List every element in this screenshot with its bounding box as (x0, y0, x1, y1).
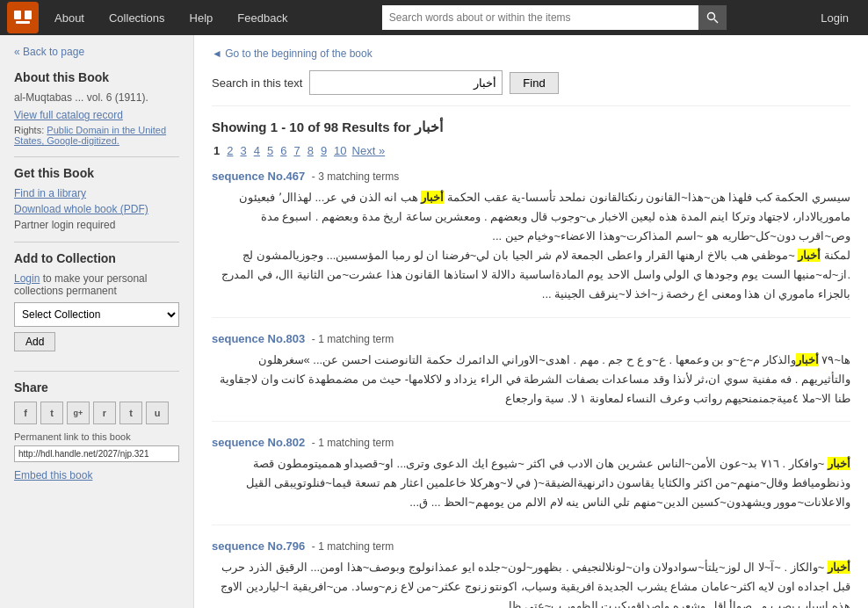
top-search-area (300, 5, 808, 30)
share-tumblr-icon[interactable]: t (119, 402, 142, 424)
share-google-icon[interactable]: g+ (67, 402, 90, 424)
pagination: 1 2 3 4 5 6 7 8 9 10 Next » (212, 144, 850, 157)
catalog-link[interactable]: View full catalog record (14, 109, 179, 121)
nav-help[interactable]: Help (177, 0, 226, 35)
sidebar: « Back to page About this Book al-Muqtab… (0, 35, 193, 608)
result-3-match-count: - 1 matching term (312, 437, 394, 449)
svg-line-4 (714, 19, 718, 23)
content-search-input[interactable] (309, 70, 503, 95)
rights-text: Rights: Public Domain in the United Stat… (14, 125, 179, 146)
top-search-button[interactable] (698, 5, 727, 30)
divider-1 (14, 156, 179, 157)
result-2-title[interactable]: sequence No.803 (212, 332, 305, 345)
rights-label: Rights: (14, 125, 44, 135)
add-to-collection-button[interactable]: Add (14, 332, 55, 351)
page-6[interactable]: 6 (278, 144, 288, 157)
partner-text: Partner login required (14, 219, 179, 231)
divider-3 (14, 371, 179, 372)
nav-links: About Collections Help Feedback (42, 0, 300, 35)
nav-feedback[interactable]: Feedback (225, 0, 300, 35)
results-count-text: Showing 1 - 10 of 98 Results for (212, 119, 411, 134)
page-10[interactable]: 10 (332, 144, 348, 157)
about-title: About this Book (14, 70, 179, 84)
share-section: Share f t g+ r t u Permanent link to thi… (14, 380, 179, 481)
top-search-input[interactable] (382, 5, 698, 30)
back-to-page-link[interactable]: « Back to page (14, 46, 179, 58)
add-collection-title: Add to Collection (14, 251, 179, 265)
main-wrapper: « Back to page About this Book al-Muqtab… (0, 35, 868, 608)
next-page-link[interactable]: Next » (352, 144, 386, 157)
share-icons: f t g+ r t u (14, 402, 179, 424)
nav-collections[interactable]: Collections (97, 0, 177, 35)
result-3-title[interactable]: sequence No.802 (212, 436, 305, 449)
results-arabic-word: أخبار (415, 119, 443, 134)
get-book-title: Get this Book (14, 166, 179, 180)
top-navigation: About Collections Help Feedback Login (0, 0, 868, 35)
embed-link[interactable]: Embed this book (14, 469, 179, 481)
page-9[interactable]: 9 (319, 144, 329, 157)
page-5[interactable]: 5 (265, 144, 275, 157)
svg-rect-1 (25, 11, 32, 19)
svg-point-3 (707, 13, 714, 20)
svg-rect-0 (14, 11, 21, 19)
page-8[interactable]: 8 (306, 144, 315, 157)
page-1[interactable]: 1 (212, 144, 221, 157)
go-to-beginning-link[interactable]: Go to the beginning of the book (212, 47, 850, 60)
book-title-text: al-Muqtabas ... vol. 6 (1911). (14, 91, 179, 104)
result-item-2: sequence No.803 - 1 matching term ها~٩٧ … (212, 332, 850, 422)
permanent-link-label: Permanent link to this book (14, 431, 179, 442)
result-4-match-count: - 1 matching term (312, 540, 394, 553)
result-4-title[interactable]: sequence No.796 (212, 539, 305, 553)
about-section: About this Book al-Muqtabas ... vol. 6 (… (14, 70, 179, 146)
download-book-link[interactable]: Download whole book (PDF) (14, 203, 179, 215)
login-link[interactable]: Login (808, 11, 861, 25)
result-4-text: أخبار ~والكاز . ~آ~لا ال لوز~يلتأ~سوادول… (212, 558, 850, 608)
share-twitter-icon[interactable]: t (40, 402, 63, 424)
page-2[interactable]: 2 (225, 144, 235, 157)
result-1-text: سيسري الحكمة كب فلهذا هن~هذا~القانون رنك… (212, 188, 850, 305)
find-library-link[interactable]: Find in a library (14, 187, 179, 199)
search-bar: Search in this text Find (212, 70, 850, 106)
page-4[interactable]: 4 (252, 144, 262, 157)
results-header: Showing 1 - 10 of 98 Results for أخبار (212, 119, 850, 135)
result-item-3: sequence No.802 - 1 matching term أخبار … (212, 436, 850, 525)
permanent-link-input[interactable] (14, 445, 179, 462)
nav-about[interactable]: About (42, 0, 97, 35)
result-2-match-count: - 1 matching term (312, 333, 394, 345)
share-other-icon[interactable]: u (146, 402, 169, 424)
result-item-4: sequence No.796 - 1 matching term أخبار … (212, 539, 850, 608)
result-1-match-count: - 3 matching terms (312, 170, 399, 183)
share-facebook-icon[interactable]: f (14, 402, 37, 424)
divider-2 (14, 242, 179, 242)
page-7[interactable]: 7 (292, 144, 301, 157)
share-reddit-icon[interactable]: r (93, 402, 116, 424)
site-logo[interactable] (7, 2, 39, 33)
collection-select[interactable]: Select Collection (14, 302, 179, 327)
add-collection-section: Add to Collection Login to make your per… (14, 251, 179, 360)
result-1-title[interactable]: sequence No.467 (212, 170, 305, 183)
content-area: Go to the beginning of the book Search i… (193, 35, 868, 608)
get-book-section: Get this Book Find in a library Download… (14, 166, 179, 231)
page-3[interactable]: 3 (238, 144, 248, 157)
search-in-text-label: Search in this text (212, 76, 302, 90)
login-collection-link[interactable]: Login (14, 272, 40, 285)
result-3-text: أخبار ~وافكار . ٦١٧ بد~عون الأمن~الناس ع… (212, 454, 850, 512)
share-title: Share (14, 380, 179, 394)
svg-rect-2 (16, 21, 30, 24)
login-collection-text: Login to make your personal collections … (14, 272, 179, 297)
result-2-text: ها~٩٧ أخباروالذكار م~ع~و بن وعمعها . ع~و… (212, 351, 850, 409)
result-item-1: sequence No.467 - 3 matching terms سيسري… (212, 170, 850, 318)
find-button[interactable]: Find (510, 72, 558, 94)
